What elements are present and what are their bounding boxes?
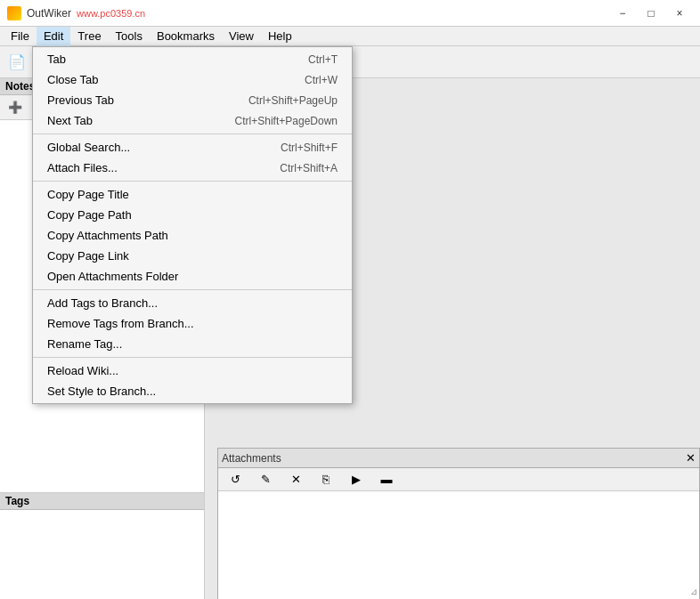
menu-option-add-tags-label: Add Tags to Branch... — [47, 296, 158, 310]
menu-option-remove-tags[interactable]: Remove Tags from Branch... — [33, 313, 352, 334]
menu-option-set-style-branch-label: Set Style to Branch... — [47, 384, 156, 398]
menu-option-global-search-label: Global Search... — [47, 141, 130, 154]
menu-option-attach-files-shortcut: Ctrl+Shift+A — [280, 162, 338, 174]
menu-option-close-tab[interactable]: Close Tab Ctrl+W — [33, 69, 352, 90]
menu-option-attach-files[interactable]: Attach Files... Ctrl+Shift+A — [33, 158, 352, 178]
dropdown-menu: Tab Ctrl+T Close Tab Ctrl+W Previous Tab… — [32, 46, 353, 404]
menu-option-next-tab-label: Next Tab — [47, 114, 93, 127]
separator-3 — [33, 289, 352, 290]
menu-option-tab-shortcut: Ctrl+T — [308, 53, 338, 66]
separator-2 — [33, 181, 352, 182]
menu-option-copy-attach-path-label: Copy Attachments Path — [47, 229, 168, 242]
menu-option-tab[interactable]: Tab Ctrl+T — [33, 49, 352, 69]
menu-option-prev-tab[interactable]: Previous Tab Ctrl+Shift+PageUp — [33, 90, 352, 110]
menu-option-prev-tab-label: Previous Tab — [47, 93, 114, 107]
menu-option-copy-link[interactable]: Copy Page Link — [33, 246, 352, 266]
menu-option-set-style-branch[interactable]: Set Style to Branch... — [33, 381, 352, 401]
menu-option-remove-tags-label: Remove Tags from Branch... — [47, 317, 194, 330]
menu-option-close-tab-shortcut: Ctrl+W — [305, 74, 338, 86]
separator-1 — [33, 134, 352, 134]
menu-option-reload-wiki[interactable]: Reload Wiki... — [33, 360, 352, 381]
menu-option-copy-path[interactable]: Copy Page Path — [33, 205, 352, 225]
menu-option-copy-attach-path[interactable]: Copy Attachments Path — [33, 225, 352, 246]
menu-option-open-attach-folder[interactable]: Open Attachments Folder — [33, 266, 352, 287]
menu-option-next-tab-shortcut: Ctrl+Shift+PageDown — [235, 115, 338, 127]
menu-option-attach-files-label: Attach Files... — [47, 161, 118, 174]
menu-option-tab-label: Tab — [47, 53, 66, 66]
menu-option-rename-tag[interactable]: Rename Tag... — [33, 334, 352, 354]
menu-option-copy-title[interactable]: Copy Page Title — [33, 184, 352, 205]
separator-4 — [33, 357, 352, 358]
menu-option-global-search-shortcut: Ctrl+Shift+F — [281, 142, 338, 154]
menu-option-close-tab-label: Close Tab — [47, 73, 99, 86]
menu-option-copy-title-label: Copy Page Title — [47, 188, 129, 201]
menu-option-copy-link-label: Copy Page Link — [47, 249, 129, 263]
menu-option-rename-tag-label: Rename Tag... — [47, 337, 122, 351]
menu-option-global-search[interactable]: Global Search... Ctrl+Shift+F — [33, 137, 352, 158]
dropdown-overlay[interactable]: Tab Ctrl+T Close Tab Ctrl+W Previous Tab… — [0, 0, 700, 599]
menu-option-open-attach-folder-label: Open Attachments Folder — [47, 270, 178, 283]
menu-option-prev-tab-shortcut: Ctrl+Shift+PageUp — [248, 94, 338, 107]
menu-option-copy-path-label: Copy Page Path — [47, 208, 132, 222]
menu-option-next-tab[interactable]: Next Tab Ctrl+Shift+PageDown — [33, 110, 352, 131]
menu-option-reload-wiki-label: Reload Wiki... — [47, 364, 118, 377]
menu-option-add-tags[interactable]: Add Tags to Branch... — [33, 293, 352, 313]
